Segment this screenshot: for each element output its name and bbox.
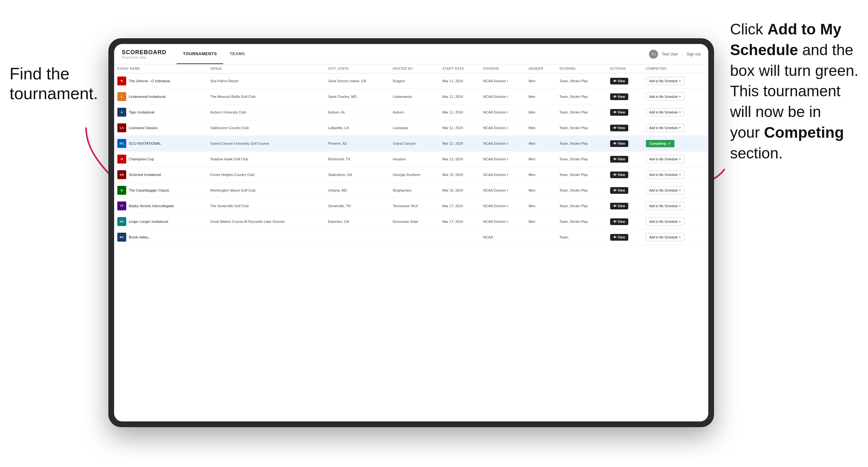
cell-event-name: A Tiger Invitational: [114, 104, 207, 120]
table-row: GS Schenkel Invitational Forest Heights …: [114, 167, 708, 183]
cell-venue: Sea Palms Resort: [207, 73, 325, 89]
cell-scoring: Team, Stroke Play: [556, 198, 607, 214]
col-hosted-by: HOSTED BY: [390, 64, 439, 73]
cell-competing: Add to My Schedule+: [643, 198, 708, 214]
add-to-schedule-button[interactable]: Add to My Schedule+: [646, 124, 685, 132]
add-schedule-label: Add to My Schedule: [649, 111, 678, 114]
cell-division: NCAA Division I: [480, 198, 525, 214]
cell-gender: Men: [525, 198, 556, 214]
table-row: L Lindenwood Invitational The Missouri B…: [114, 89, 708, 104]
user-name: Test User: [662, 52, 678, 56]
add-to-schedule-button[interactable]: Add to My Schedule+: [646, 77, 685, 85]
event-name-cell: BV Brook Valley...: [117, 233, 204, 242]
user-avatar: TU: [649, 50, 658, 59]
cell-actions: 👁 View: [607, 73, 643, 89]
eye-icon: 👁: [613, 189, 617, 192]
competing-button[interactable]: Competing✓: [646, 140, 675, 147]
view-button[interactable]: 👁 View: [610, 187, 628, 194]
view-button[interactable]: 👁 View: [610, 172, 628, 178]
cell-gender: Men: [525, 136, 556, 151]
cell-start-date: Mar 15, 2024: [439, 167, 480, 183]
add-schedule-label: Add to My Schedule: [649, 236, 678, 239]
cell-hosted-by: Georgia Southern: [390, 167, 439, 183]
view-button[interactable]: 👁 View: [610, 78, 628, 85]
cell-scoring: Team, Stroke Play: [556, 89, 607, 104]
add-to-schedule-button[interactable]: Add to My Schedule+: [646, 233, 685, 241]
cell-competing: Add to My Schedule+: [643, 151, 708, 167]
plus-icon: +: [679, 204, 681, 208]
cell-city-state: Eatonton, GA: [325, 214, 390, 229]
competing-label: Competing: [650, 142, 666, 145]
cell-city-state: Auburn, AL: [325, 104, 390, 120]
cell-scoring: Team, Stroke Play: [556, 167, 607, 183]
add-schedule-label: Add to My Schedule: [649, 95, 678, 98]
cell-hosted-by: Houston: [390, 151, 439, 167]
logo-text: SCOREBOARD: [122, 49, 166, 56]
cell-hosted-by: Rutgers: [390, 73, 439, 89]
cell-start-date: [439, 229, 480, 245]
nav-right: TU Test User | Sign out: [649, 50, 701, 59]
event-name-text: GCU INVITATIONAL: [129, 142, 161, 145]
cell-division: NCAA Division I: [480, 104, 525, 120]
table-header: EVENT NAME VENUE CITY, STATE HOSTED BY S…: [114, 64, 708, 73]
plus-icon: +: [679, 126, 681, 130]
view-button[interactable]: 👁 View: [610, 140, 628, 147]
event-name-text: Bobby Nichols Intercollegiate: [129, 204, 174, 208]
cell-city-state: Urbana, MD: [325, 183, 390, 198]
cell-gender: Men: [525, 104, 556, 120]
team-logo: L: [117, 92, 126, 101]
event-name-cell: L Lindenwood Invitational: [117, 92, 204, 101]
tournaments-table: EVENT NAME VENUE CITY, STATE HOSTED BY S…: [114, 64, 708, 245]
event-name-cell: R The Johnnie - O Individual: [117, 76, 204, 86]
team-logo: GS: [117, 170, 126, 179]
add-schedule-label: Add to My Schedule: [649, 220, 678, 223]
table-row: GC GCU INVITATIONAL Grand Canyon Univers…: [114, 136, 708, 151]
cell-event-name: LA Louisiana Classics: [114, 120, 207, 136]
tab-teams[interactable]: TEAMS: [223, 44, 251, 64]
cell-actions: 👁 View: [607, 89, 643, 104]
cell-actions: 👁 View: [607, 229, 643, 245]
add-to-schedule-button[interactable]: Add to My Schedule+: [646, 217, 685, 226]
sign-out-link[interactable]: Sign out: [687, 52, 701, 56]
cell-competing: Add to My Schedule+: [643, 183, 708, 198]
col-division: DIVISION: [480, 64, 525, 73]
add-to-schedule-button[interactable]: Add to My Schedule+: [646, 170, 685, 179]
add-to-schedule-button[interactable]: Add to My Schedule+: [646, 202, 685, 210]
cell-venue: Worthington Manor Golf Club: [207, 183, 325, 198]
col-actions: ACTIONS: [607, 64, 643, 73]
add-to-schedule-button[interactable]: Add to My Schedule+: [646, 155, 685, 163]
add-schedule-label: Add to My Schedule: [649, 204, 678, 208]
tab-tournaments[interactable]: TOURNAMENTS: [177, 44, 223, 64]
event-name-text: Schenkel Invitational: [129, 173, 161, 177]
cell-venue: Auburn University Club: [207, 104, 325, 120]
cell-event-name: KS Linger Longer Invitational: [114, 214, 207, 229]
eye-icon: 👁: [613, 142, 617, 145]
event-name-text: Lindenwood Invitational: [129, 95, 165, 98]
eye-icon: 👁: [613, 173, 617, 177]
cell-start-date: Mar 13, 2024: [439, 151, 480, 167]
cell-hosted-by: Binghamton: [390, 183, 439, 198]
event-name-cell: GC GCU INVITATIONAL: [117, 139, 204, 148]
nav-tabs: TOURNAMENTS TEAMS: [177, 44, 251, 64]
tablet-device: SCOREBOARD Powered by clipp TOURNAMENTS …: [108, 38, 714, 427]
view-button[interactable]: 👁 View: [610, 93, 628, 100]
view-button[interactable]: 👁 View: [610, 156, 628, 162]
event-name-cell: KS Linger Longer Invitational: [117, 217, 204, 226]
add-to-schedule-button[interactable]: Add to My Schedule+: [646, 186, 685, 194]
tablet-screen: SCOREBOARD Powered by clipp TOURNAMENTS …: [114, 44, 708, 422]
col-gender: GENDER: [525, 64, 556, 73]
team-logo: KS: [117, 217, 126, 226]
cell-actions: 👁 View: [607, 104, 643, 120]
cell-scoring: Team, Stroke Play: [556, 104, 607, 120]
add-to-schedule-button[interactable]: Add to My Schedule+: [646, 108, 685, 116]
view-button[interactable]: 👁 View: [610, 109, 628, 116]
view-button[interactable]: 👁 View: [610, 218, 628, 225]
add-to-schedule-button[interactable]: Add to My Schedule+: [646, 92, 685, 101]
cell-venue: [207, 229, 325, 245]
check-icon: ✓: [668, 142, 671, 146]
cell-actions: 👁 View: [607, 214, 643, 229]
view-button[interactable]: 👁 View: [610, 203, 628, 210]
cell-gender: [525, 229, 556, 245]
view-button[interactable]: 👁 View: [610, 125, 628, 131]
view-button[interactable]: 👁 View: [610, 234, 628, 241]
